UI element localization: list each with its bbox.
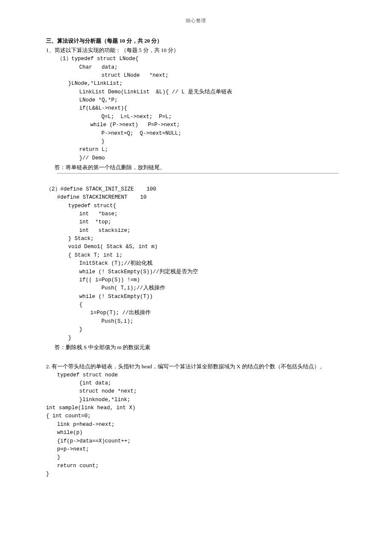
code-line: typedef struct node (46, 371, 346, 379)
code-line: {if(p->data==X)count++; (46, 437, 346, 445)
question-1: 1、简述以下算法实现的功能：（每题 5 分，共 10 分） （1）typedef… (46, 46, 346, 352)
q1-prompt: 1、简述以下算法实现的功能：（每题 5 分，共 10 分） (46, 46, 346, 55)
question-2: 2. 有一个带头结点的单链表，头指针为 head，编写一个算法计算全部数据域为 … (46, 362, 346, 479)
code-line: while (! StackEmpty(S))//判定栈是否为空 (46, 268, 346, 276)
code-line: Push(S,i); (46, 318, 346, 326)
code-line: Push( T,i);//入栈操作 (46, 284, 346, 292)
code-line: struct LNode *next; (46, 72, 346, 80)
code-line: struct node *next; (46, 387, 346, 396)
code-line: Char data; (46, 64, 346, 72)
code-line: p=p->next; (46, 445, 346, 454)
code-line: i=Pop(T); //出栈操作 (46, 309, 346, 317)
code-line: } (46, 454, 346, 462)
code-line: } (46, 326, 346, 334)
code-line: }LNode,*LinkList; (46, 80, 346, 88)
code-line: #define STACKINCREMENT 10 (46, 194, 346, 202)
code-line: } (46, 138, 346, 146)
q1-answer1: 答：将单链表的第一个结点删除，放到链尾。 (55, 163, 346, 172)
code-line: LNode *Q,*P; (46, 96, 346, 104)
code-line: if(L&&L->next){ (46, 104, 346, 113)
code-line: void Demo1( Stack &S, int m) (46, 243, 346, 251)
code-line: int *base; (46, 210, 346, 218)
code-line: link p=head->next; (46, 421, 346, 429)
code-line: }linknode,*link; (46, 396, 346, 404)
code-line: while(p) (46, 429, 346, 437)
code-line: { Stack T; int i; (46, 251, 346, 260)
code-line: int *top; (46, 218, 346, 226)
code-line: while (P->next) P=P->next; (46, 121, 346, 129)
code-line: while (! StackEmpty(T)) (46, 293, 346, 301)
code-line: { (46, 301, 346, 309)
code-line: int sample(link head, int X) (46, 404, 346, 412)
q1-answer2: 答：删除栈 S 中全部值为 m 的数据元素 (55, 343, 346, 352)
code-line: int stacksize; (46, 227, 346, 235)
divider (57, 173, 338, 173)
code-line: Q=L; L=L->next; P=L; (46, 113, 346, 121)
code-line: }// Demo (46, 154, 346, 162)
code-line: } Stack; (46, 235, 346, 243)
q1-sub2-label: （2）#define STACK_INIT_SIZE 100 (46, 185, 346, 194)
code-line: return L; (46, 146, 346, 154)
code-line: if(( i=Pop(S)) !=m) (46, 276, 346, 284)
page-header: 细心整理 (46, 17, 346, 25)
q2-prompt: 2. 有一个带头结点的单链表，头指针为 head，编写一个算法计算全部数据域为 … (46, 362, 346, 371)
code-line: typedef struct{ (46, 202, 346, 210)
section-title: 三、算法设计与分析题（每题 10 分，共 20 分） (46, 37, 346, 46)
code-line: { int count=0; (46, 412, 346, 420)
code-line: } (46, 334, 346, 342)
code-line: P->next=Q; Q->next=NULL; (46, 130, 346, 138)
q1-sub1-label: （1）typedef struct LNode{ (46, 55, 346, 63)
code-line: LinkList Demo(LinkList &L){ // L 是无头结点单链… (46, 88, 346, 96)
code-line: {int data; (46, 379, 346, 387)
code-line: } (46, 470, 346, 478)
code-line: return count; (46, 462, 346, 470)
code-line: InitStack (T);//初始化栈 (46, 260, 346, 268)
